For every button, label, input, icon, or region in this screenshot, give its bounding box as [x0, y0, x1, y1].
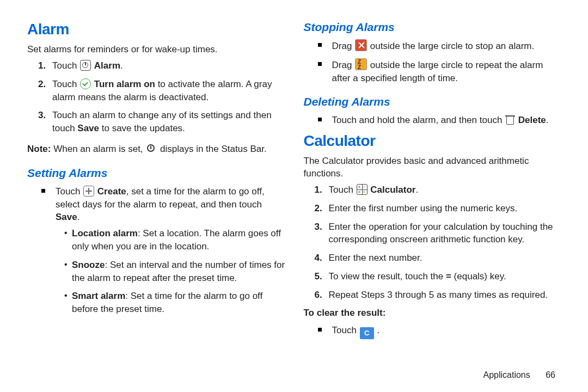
- footer-page-number: 66: [546, 370, 555, 379]
- setting-alarms-list: Touch Create, set a time for the alarm t…: [27, 185, 287, 316]
- alarm-steps: Touch Alarm. Touch Turn alarm on to acti…: [27, 59, 287, 135]
- calc-step-1: Touch +−×÷ Calculator.: [329, 183, 564, 197]
- alarm-step-3: Touch an alarm to change any of its sett…: [52, 109, 287, 135]
- alarm-step-2: Touch Turn alarm on to activate the alar…: [52, 78, 287, 104]
- footer-section: Applications: [483, 370, 530, 379]
- clear-item: Touch C .: [332, 324, 564, 339]
- deleting-list: Touch and hold the alarm, and then touch…: [304, 114, 564, 127]
- alarm-note: Note: When an alarm is set, displays in …: [27, 143, 287, 156]
- stop-x-icon: [355, 39, 367, 51]
- stopping-list: Drag outside the large circle to stop an…: [304, 39, 564, 84]
- heading-calculator: Calculator: [304, 132, 564, 150]
- alarm-on-icon: [80, 78, 91, 89]
- calculator-icon: +−×÷: [357, 184, 367, 195]
- stop-item-2: Drag outside the large circle to repeat …: [332, 58, 564, 85]
- delete-item: Touch and hold the alarm, and then touch…: [332, 114, 564, 127]
- plus-icon: [83, 186, 94, 197]
- calc-step-4: Enter the next number.: [329, 252, 564, 265]
- calc-steps: Touch +−×÷ Calculator. Enter the first n…: [304, 183, 564, 302]
- sub-smart-alarm: Smart alarm: Set a time for the alarm to…: [72, 290, 287, 316]
- stop-item-1: Drag outside the large circle to stop an…: [332, 39, 564, 53]
- calc-step-2: Enter the first number using the numeric…: [329, 202, 564, 215]
- heading-alarm: Alarm: [27, 21, 287, 38]
- sub-snooze: Snooze: Set an interval and the number o…: [72, 259, 287, 285]
- clear-c-icon: C: [360, 327, 374, 339]
- alarm-step-1: Touch Alarm.: [52, 59, 287, 72]
- calc-step-5: To view the result, touch the = (equals)…: [329, 270, 564, 283]
- clear-list: Touch C .: [304, 324, 564, 339]
- heading-stopping-alarms: Stopping Alarms: [304, 21, 564, 34]
- setting-main-item: Touch Create, set a time for the alarm t…: [56, 185, 287, 316]
- setting-sub-list: Location alarm: Set a location. The alar…: [56, 227, 287, 316]
- alarm-clock-icon: [80, 60, 91, 71]
- page-footer: Applications 66: [0, 370, 588, 380]
- calc-step-6: Repeat Steps 3 through 5 as many times a…: [329, 289, 564, 302]
- heading-setting-alarms: Setting Alarms: [27, 167, 287, 180]
- left-column: Alarm Set alarms for reminders or for wa…: [27, 16, 287, 370]
- calc-step-3: Enter the operation for your calculation…: [329, 220, 564, 247]
- trash-icon: [505, 114, 515, 125]
- alarm-intro: Set alarms for reminders or for wake-up …: [27, 44, 287, 56]
- heading-deleting-alarms: Deleting Alarms: [304, 95, 564, 108]
- alarm-status-icon: [146, 143, 157, 154]
- clear-result-heading: To clear the result:: [304, 307, 564, 320]
- right-column: Stopping Alarms Drag outside the large c…: [304, 16, 564, 370]
- snooze-zz-icon: [355, 58, 367, 70]
- sub-location-alarm: Location alarm: Set a location. The alar…: [72, 227, 287, 253]
- calc-intro: The Calculator provides basic and advanc…: [304, 155, 564, 180]
